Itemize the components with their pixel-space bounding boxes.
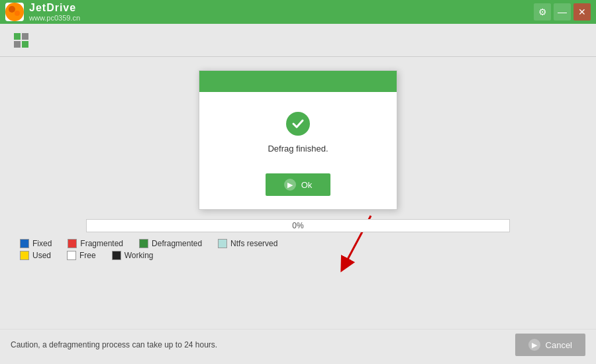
- legend-item-fragmented: Fragmented: [68, 239, 123, 248]
- title-bar-left: JetDrive www.pc0359.cn: [5, 2, 80, 22]
- legend-color-free: [67, 251, 76, 260]
- toolbar-icon: [11, 31, 32, 50]
- legend-color-working: [112, 251, 121, 260]
- cancel-button[interactable]: ▶ Cancel: [515, 334, 585, 356]
- toolbar: [0, 24, 596, 57]
- grid-cell-2: [22, 33, 28, 40]
- svg-point-1: [9, 6, 15, 13]
- title-bar: JetDrive www.pc0359.cn ⚙ — ✕: [0, 0, 596, 24]
- legend-item-defragmented: Defragmented: [139, 239, 202, 248]
- dialog-message: Defrag finished.: [268, 144, 328, 154]
- app-title: JetDrive: [29, 2, 80, 14]
- settings-button[interactable]: ⚙: [534, 3, 551, 21]
- dialog-box: Defrag finished. ▶ Ok: [199, 70, 397, 210]
- title-bar-controls: ⚙ — ✕: [534, 3, 591, 21]
- legend-label-ntfs: Ntfs reserved: [230, 239, 277, 248]
- grid-cell-4: [22, 41, 28, 48]
- svg-point-0: [5, 3, 24, 21]
- cancel-arrow-icon: ▶: [528, 339, 540, 351]
- legend-row-2: Used Free Working: [20, 251, 576, 260]
- success-icon: [286, 112, 310, 136]
- app-logo: [5, 3, 24, 21]
- ok-label: Ok: [301, 180, 313, 190]
- close-button[interactable]: ✕: [573, 3, 591, 21]
- legend-item-working: Working: [112, 251, 154, 260]
- app-window: JetDrive www.pc0359.cn ⚙ — ✕: [0, 0, 596, 364]
- minimize-button[interactable]: —: [554, 3, 571, 21]
- legend-area: Fixed Fragmented Defragmented Ntfs reser…: [20, 232, 576, 265]
- progress-text: 0%: [292, 221, 303, 230]
- legend-label-free: Free: [79, 251, 96, 260]
- dialog-body: Defrag finished.: [199, 92, 397, 167]
- legend-item-free: Free: [67, 251, 96, 260]
- cancel-label: Cancel: [546, 340, 572, 350]
- dialog-header: [199, 71, 397, 92]
- app-subtitle: www.pc0359.cn: [29, 14, 80, 22]
- legend-row-1: Fixed Fragmented Defragmented Ntfs reser…: [20, 239, 576, 248]
- grid-cell-1: [14, 33, 21, 40]
- legend-label-fragmented: Fragmented: [80, 239, 123, 248]
- caution-text: Caution, a defragmenting process can tak…: [11, 340, 217, 349]
- main-content: Defrag finished. ▶ Ok 0%: [0, 57, 596, 329]
- legend-color-defragmented: [139, 239, 148, 248]
- legend-color-used: [20, 251, 29, 260]
- ok-arrow-icon: ▶: [284, 179, 296, 191]
- grid-cell-3: [14, 41, 21, 48]
- title-text-group: JetDrive www.pc0359.cn: [29, 2, 80, 22]
- legend-item-ntfs: Ntfs reserved: [218, 239, 277, 248]
- bottom-bar: Caution, a defragmenting process can tak…: [0, 329, 596, 364]
- legend-label-defragmented: Defragmented: [152, 239, 202, 248]
- dialog-footer: ▶ Ok: [199, 167, 397, 209]
- ok-button[interactable]: ▶ Ok: [266, 173, 331, 196]
- progress-area: 0%: [20, 219, 576, 232]
- legend-label-working: Working: [124, 251, 154, 260]
- legend-item-fixed: Fixed: [20, 239, 52, 248]
- legend-label-used: Used: [32, 251, 51, 260]
- legend-label-fixed: Fixed: [32, 239, 52, 248]
- grid-icon: [14, 33, 28, 48]
- progress-bar: 0%: [86, 219, 510, 232]
- legend-color-fixed: [20, 239, 29, 248]
- legend-color-ntfs: [218, 239, 227, 248]
- svg-point-2: [15, 11, 20, 16]
- legend-item-used: Used: [20, 251, 51, 260]
- legend-color-fragmented: [68, 239, 77, 248]
